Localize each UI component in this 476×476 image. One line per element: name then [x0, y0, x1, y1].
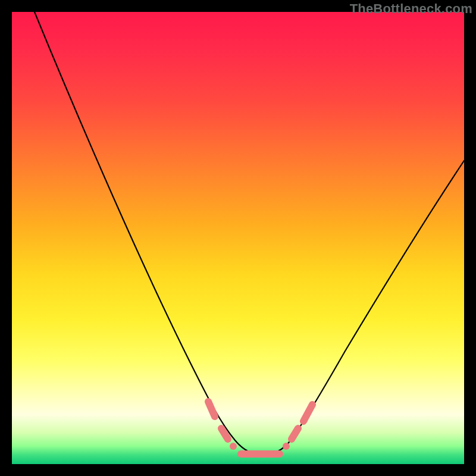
accent-dot-left: [230, 443, 237, 450]
watermark-text: TheBottleneck.com: [350, 1, 472, 17]
accent-seg-right-lower: [292, 428, 298, 439]
accent-seg-right-upper: [303, 405, 312, 421]
chart-svg: [12, 12, 464, 464]
plot-area: [12, 12, 464, 464]
accent-seg-left-upper: [208, 402, 215, 416]
chart-frame: TheBottleneck.com: [0, 0, 476, 476]
accent-dot-right: [283, 443, 290, 450]
bottleneck-curve: [35, 12, 464, 455]
